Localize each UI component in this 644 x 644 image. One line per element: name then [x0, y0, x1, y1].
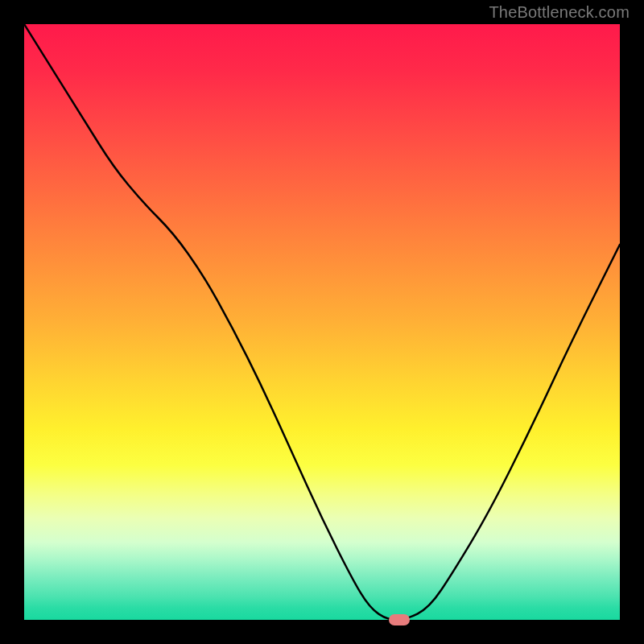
bottleneck-curve [24, 24, 620, 620]
optimal-point-marker [389, 614, 410, 625]
watermark-text: TheBottleneck.com [489, 3, 630, 22]
plot-area [24, 24, 620, 620]
chart-container: TheBottleneck.com [0, 0, 644, 644]
